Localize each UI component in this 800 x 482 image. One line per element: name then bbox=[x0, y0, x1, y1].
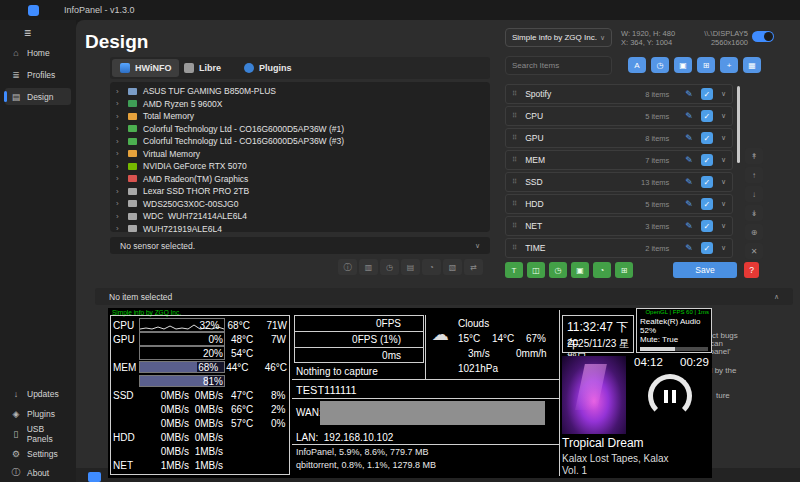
new-clock-item-button[interactable]: ◷ bbox=[549, 262, 567, 278]
grid-lock-button[interactable]: ▦ bbox=[743, 57, 761, 73]
edit-icon[interactable]: ✎ bbox=[685, 243, 693, 253]
expander-icon[interactable]: › bbox=[116, 212, 122, 221]
add-clock-button[interactable]: ◷ bbox=[651, 57, 669, 73]
drag-handle-icon[interactable]: ⠿ bbox=[512, 178, 517, 186]
chevron-down-icon[interactable]: ∨ bbox=[721, 222, 726, 230]
edit-icon[interactable]: ✎ bbox=[685, 199, 693, 209]
sidebar-item-profiles[interactable]: ≣ Profiles bbox=[5, 66, 71, 83]
expander-icon[interactable]: › bbox=[116, 174, 122, 183]
group-checkbox[interactable]: ✓ bbox=[701, 176, 713, 188]
edit-icon[interactable]: ✎ bbox=[685, 133, 693, 143]
group-checkbox[interactable]: ✓ bbox=[701, 88, 713, 100]
expander-icon[interactable]: › bbox=[116, 124, 122, 133]
chevron-down-icon[interactable]: ∨ bbox=[721, 200, 726, 208]
sidebar-item-plugins[interactable]: ◈ Plugins bbox=[5, 405, 71, 422]
group-checkbox[interactable]: ✓ bbox=[701, 110, 713, 122]
sidebar-item-updates[interactable]: ↓ Updates bbox=[5, 385, 71, 402]
delete-button[interactable]: ✕ bbox=[745, 243, 763, 259]
drag-handle-icon[interactable]: ⠿ bbox=[512, 134, 517, 142]
pause-button[interactable] bbox=[648, 374, 692, 418]
new-table-item-button[interactable]: ⊞ bbox=[615, 262, 633, 278]
tab-hwinfo[interactable]: HWiNFO bbox=[112, 59, 179, 77]
drag-handle-icon[interactable]: ⠿ bbox=[512, 112, 517, 120]
group-row-net[interactable]: ⠿ NET 3 items ✎ ✓ ∨ bbox=[505, 216, 733, 236]
group-row-ssd[interactable]: ⠿ SSD 13 items ✎ ✓ ∨ bbox=[505, 172, 733, 192]
tree-item-motherboard[interactable]: › ASUS TUF GAMING B850M-PLUS bbox=[116, 85, 484, 98]
sensor-graph-button[interactable]: ▤ bbox=[401, 259, 420, 275]
group-row-spotify[interactable]: ⠿ Spotify 8 items ✎ ✓ ∨ bbox=[505, 84, 733, 104]
move-up-button[interactable]: ↑ bbox=[745, 167, 763, 183]
add-sensor-button[interactable]: + bbox=[720, 57, 738, 73]
tab-plugins[interactable]: Plugins bbox=[236, 59, 300, 77]
sensor-clock-button[interactable]: ◷ bbox=[380, 259, 399, 275]
group-row-gpu[interactable]: ⠿ GPU 8 items ✎ ✓ ∨ bbox=[505, 128, 733, 148]
tree-item-wds-ssd[interactable]: › WDS250G3X0C-00SJG0 bbox=[116, 198, 484, 211]
edit-icon[interactable]: ✎ bbox=[685, 89, 693, 99]
sidebar-item-settings[interactable]: ⚙ Settings bbox=[5, 445, 71, 462]
tree-item-wdc-hdd2[interactable]: › WUH721919ALE6L4 bbox=[116, 223, 484, 233]
tree-item-ram1[interactable]: › Colorful Technology Ltd - CO16G6000D5A… bbox=[116, 123, 484, 136]
move-down-button[interactable]: ↓ bbox=[745, 186, 763, 202]
sensor-bar-chart-button[interactable]: ▥ bbox=[359, 259, 378, 275]
expander-icon[interactable]: › bbox=[116, 187, 122, 196]
save-button[interactable]: Save bbox=[673, 262, 737, 278]
group-checkbox[interactable]: ✓ bbox=[701, 132, 713, 144]
drag-handle-icon[interactable]: ⠿ bbox=[512, 156, 517, 164]
tree-item-lexar-ssd[interactable]: › Lexar SSD THOR PRO 2TB bbox=[116, 185, 484, 198]
tree-item-ram2[interactable]: › Colorful Technology Ltd - CO16G6000D5A… bbox=[116, 135, 484, 148]
tree-item-cpu[interactable]: › AMD Ryzen 5 9600X bbox=[116, 98, 484, 111]
drag-handle-icon[interactable]: ⠿ bbox=[512, 200, 517, 208]
chevron-down-icon[interactable]: ∨ bbox=[721, 90, 726, 98]
sidebar-item-home[interactable]: ⌂ Home bbox=[5, 44, 71, 61]
new-gauge-item-button[interactable]: ◔ bbox=[593, 262, 611, 278]
expander-icon[interactable]: › bbox=[116, 199, 122, 208]
chevron-down-icon[interactable]: ∨ bbox=[721, 244, 726, 252]
drag-handle-icon[interactable]: ⠿ bbox=[512, 222, 517, 230]
sidebar-item-design[interactable]: ▤ Design bbox=[5, 88, 71, 105]
group-checkbox[interactable]: ✓ bbox=[701, 154, 713, 166]
expander-icon[interactable]: › bbox=[116, 137, 122, 146]
chevron-down-icon[interactable]: ∨ bbox=[721, 156, 726, 164]
help-button[interactable]: ? bbox=[744, 262, 759, 278]
duplicate-button[interactable]: ⊕ bbox=[745, 224, 763, 240]
expander-icon[interactable]: › bbox=[116, 162, 122, 171]
new-panel-item-button[interactable]: ◫ bbox=[527, 262, 545, 278]
sidebar-item-about[interactable]: ⓘ About bbox=[5, 464, 71, 481]
edit-icon[interactable]: ✎ bbox=[685, 155, 693, 165]
sensor-swap-button[interactable]: ⇄ bbox=[464, 259, 483, 275]
group-checkbox[interactable]: ✓ bbox=[701, 220, 713, 232]
bottom-left-blue-indicator[interactable] bbox=[88, 472, 101, 482]
chevron-down-icon[interactable]: ∨ bbox=[721, 134, 726, 142]
expander-icon[interactable]: › bbox=[116, 112, 122, 121]
add-image-button[interactable]: ▣ bbox=[674, 57, 692, 73]
tab-libre[interactable]: Libre bbox=[176, 59, 229, 77]
move-to-bottom-button[interactable]: ↡ bbox=[745, 205, 763, 221]
tree-item-total-memory[interactable]: › Total Memory bbox=[116, 110, 484, 123]
tree-item-nvidia-gpu[interactable]: › NVIDIA GeForce RTX 5070 bbox=[116, 160, 484, 173]
group-row-mem[interactable]: ⠿ MEM 7 items ✎ ✓ ∨ bbox=[505, 150, 733, 170]
tree-item-amd-gpu[interactable]: › AMD Radeon(TM) Graphics bbox=[116, 173, 484, 186]
tree-item-virtual-memory[interactable]: › Virtual Memory bbox=[116, 148, 484, 161]
add-text-button[interactable]: A bbox=[628, 57, 646, 73]
list-scrollbar[interactable] bbox=[737, 86, 740, 163]
hamburger-menu-icon[interactable]: ≡ bbox=[24, 26, 31, 40]
sensor-badge-button[interactable]: ▧ bbox=[443, 259, 462, 275]
item-properties-bar[interactable]: No item selected ∧ bbox=[95, 288, 793, 305]
edit-icon[interactable]: ✎ bbox=[685, 221, 693, 231]
profile-dropdown[interactable]: Simple info by ZGQ Inc. ∨ bbox=[505, 28, 612, 47]
edit-icon[interactable]: ✎ bbox=[685, 111, 693, 121]
group-checkbox[interactable]: ✓ bbox=[701, 242, 713, 254]
edit-icon[interactable]: ✎ bbox=[685, 177, 693, 187]
sensor-select-dropdown[interactable]: No sensor selected. ∨ bbox=[110, 237, 490, 254]
expander-icon[interactable]: › bbox=[116, 224, 122, 232]
tree-item-wdc-hdd[interactable]: › WDC WUH721414ALE6L4 bbox=[116, 210, 484, 223]
chevron-down-icon[interactable]: ∨ bbox=[721, 112, 726, 120]
sidebar-item-usb-panels[interactable]: ▯ USB Panels bbox=[5, 425, 71, 442]
sensor-info-button[interactable]: ⓘ bbox=[338, 259, 357, 275]
search-input[interactable] bbox=[505, 56, 612, 75]
display-toggle[interactable] bbox=[752, 31, 774, 42]
chevron-up-icon[interactable]: ∧ bbox=[774, 293, 779, 301]
sensor-gauge-button[interactable]: ◔ bbox=[422, 259, 441, 275]
group-row-hdd[interactable]: ⠿ HDD 5 items ✎ ✓ ∨ bbox=[505, 194, 733, 214]
new-image-item-button[interactable]: ▣ bbox=[571, 262, 589, 278]
